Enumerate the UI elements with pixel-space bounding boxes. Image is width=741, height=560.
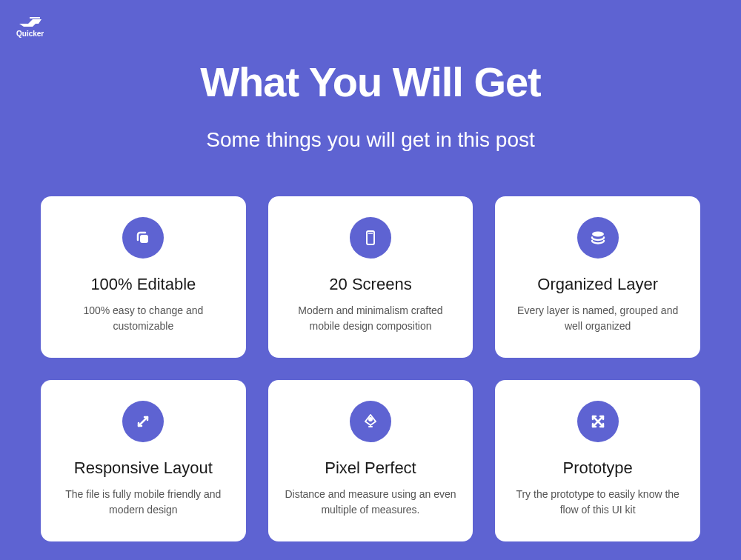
- feature-card-pixel: Pixel Perfect Distance and measure using…: [268, 380, 473, 541]
- page-title: What You Will Get: [0, 58, 741, 106]
- layers-icon: [577, 217, 619, 259]
- feature-card-responsive: Responsive Layout The file is fully mobi…: [41, 380, 246, 541]
- svg-point-4: [369, 418, 372, 421]
- logo-icon: [18, 16, 43, 28]
- header: What You Will Get Some things you will g…: [0, 0, 741, 152]
- feature-card-editable: 100% Editable 100% easy to change and cu…: [41, 196, 246, 358]
- feature-title: 100% Editable: [57, 275, 230, 294]
- page-subtitle: Some things you will get in this post: [0, 128, 741, 152]
- feature-desc: Every layer is named, grouped and well o…: [511, 303, 684, 334]
- feature-desc: 100% easy to change and customizable: [57, 303, 230, 334]
- feature-desc: Distance and measure using an even multi…: [285, 487, 457, 518]
- copy-icon: [122, 217, 164, 259]
- expand-icon: [577, 401, 619, 442]
- feature-desc: Try the prototype to easily know the flo…: [511, 487, 684, 518]
- feature-desc: The file is fully mobile friendly and mo…: [57, 487, 230, 518]
- brand-logo: Quicker: [16, 16, 44, 38]
- feature-card-prototype: Prototype Try the prototype to easily kn…: [495, 380, 700, 541]
- feature-card-organized: Organized Layer Every layer is named, gr…: [495, 196, 700, 358]
- feature-desc: Modern and minimalism crafted mobile des…: [285, 303, 457, 334]
- feature-title: Prototype: [511, 459, 684, 478]
- feature-title: Organized Layer: [511, 275, 684, 294]
- feature-title: Responsive Layout: [57, 459, 230, 478]
- features-grid: 100% Editable 100% easy to change and cu…: [0, 152, 741, 541]
- pen-tool-icon: [350, 401, 391, 442]
- svg-point-3: [592, 232, 604, 237]
- mobile-icon: [350, 217, 391, 259]
- brand-name: Quicker: [16, 30, 44, 38]
- feature-title: Pixel Perfect: [285, 459, 457, 478]
- arrows-diagonal-icon: [122, 401, 164, 442]
- feature-title: 20 Screens: [285, 275, 457, 294]
- svg-rect-0: [140, 235, 148, 243]
- feature-card-screens: 20 Screens Modern and minimalism crafted…: [268, 196, 473, 358]
